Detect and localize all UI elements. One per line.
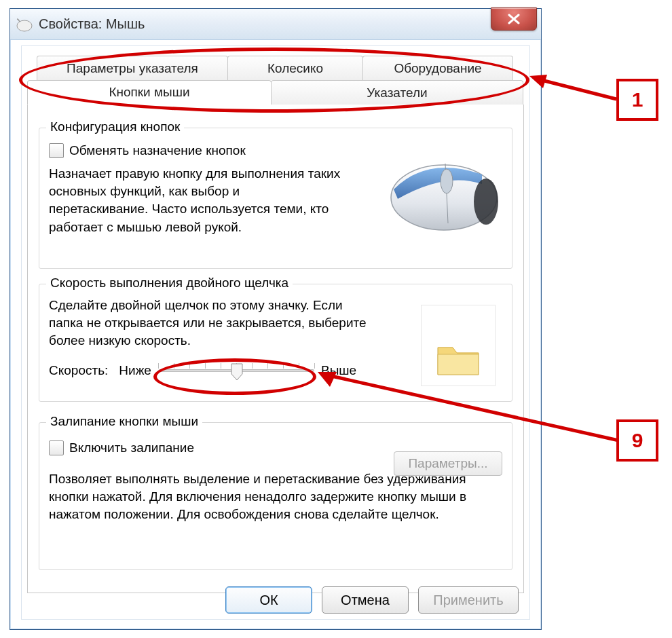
clicklock-description: Позволяет выполнять выделение и перетаск… xyxy=(49,470,483,524)
tab-wheel[interactable]: Колесико xyxy=(227,56,363,80)
speed-label: Скорость: xyxy=(49,363,108,378)
close-button[interactable] xyxy=(491,7,537,31)
ok-button[interactable]: ОК xyxy=(225,586,312,614)
svg-point-2 xyxy=(441,169,453,193)
tab-strip: Параметры указателя Колесико Оборудовани… xyxy=(22,46,529,593)
svg-line-4 xyxy=(542,80,616,99)
group-doubleclick-speed: Скорость выполнения двойного щелчка Сдел… xyxy=(39,284,512,402)
group-clicklock-title: Залипание кнопки мыши xyxy=(46,414,202,429)
window-title: Свойства: Мышь xyxy=(39,16,145,32)
doubleclick-test-folder[interactable] xyxy=(421,305,496,386)
clicklock-params-button[interactable]: Параметры... xyxy=(394,451,502,476)
mouse-illustration xyxy=(380,136,505,238)
titlebar[interactable]: Свойства: Мышь xyxy=(10,9,541,40)
annotation-callout-1: 1 xyxy=(616,79,658,121)
speed-max-label: Выше xyxy=(321,363,356,378)
group-clicklock: Залипание кнопки мыши Включить залипание… xyxy=(39,422,512,570)
slider-thumb[interactable] xyxy=(230,363,244,381)
svg-point-3 xyxy=(474,179,498,225)
group-button-config-title: Конфигурация кнопок xyxy=(46,119,184,134)
mouse-icon xyxy=(16,17,33,32)
tab-pointers[interactable]: Указатели xyxy=(271,80,523,105)
doubleclick-description: Сделайте двойной щелчок по этому значку.… xyxy=(49,297,368,350)
speed-min-label: Ниже xyxy=(119,363,151,378)
clicklock-checkbox[interactable] xyxy=(49,440,64,455)
dialog-action-row: ОК Отмена Применить xyxy=(225,586,519,614)
apply-button[interactable]: Применить xyxy=(418,586,519,614)
close-icon xyxy=(507,14,521,24)
doubleclick-speed-slider[interactable] xyxy=(158,361,314,380)
tab-pointer-options[interactable]: Параметры указателя xyxy=(37,56,228,80)
clicklock-label: Включить залипание xyxy=(69,440,194,455)
mouse-properties-dialog: Свойства: Мышь Параметры указателя Колес… xyxy=(10,8,542,630)
annotation-callout-9: 9 xyxy=(616,419,658,462)
folder-icon xyxy=(434,338,483,379)
tab-hardware[interactable]: Оборудование xyxy=(362,56,513,80)
cancel-button[interactable]: Отмена xyxy=(322,586,409,614)
tab-panel-buttons: Конфигурация кнопок Обменять назначение … xyxy=(27,105,524,593)
tab-buttons[interactable]: Кнопки мыши xyxy=(27,80,272,105)
client-area: Параметры указателя Колесико Оборудовани… xyxy=(21,45,530,620)
swap-buttons-description: Назначает правую кнопку для выполнения т… xyxy=(49,165,341,236)
swap-buttons-checkbox[interactable] xyxy=(49,143,64,158)
group-button-config: Конфигурация кнопок Обменять назначение … xyxy=(39,128,512,269)
swap-buttons-label: Обменять назначение кнопок xyxy=(69,143,246,158)
svg-point-0 xyxy=(17,20,32,31)
group-doubleclick-title: Скорость выполнения двойного щелчка xyxy=(46,276,293,290)
